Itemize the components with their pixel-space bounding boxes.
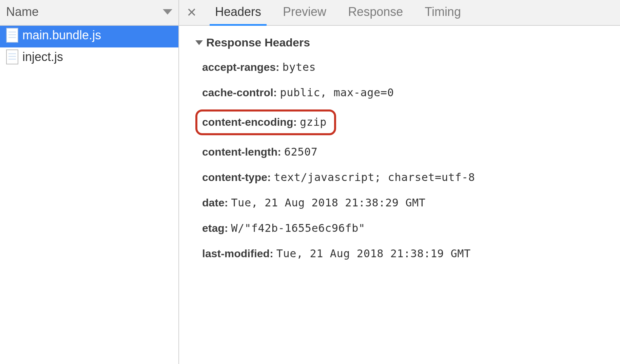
- file-row-main-bundle[interactable]: main.bundle.js: [0, 26, 178, 47]
- header-last-modified: last-modified: Tue, 21 Aug 2018 21:38:19…: [202, 245, 480, 262]
- header-value: public, max-age=0: [280, 86, 394, 99]
- file-name: inject.js: [22, 50, 63, 64]
- disclosure-triangle-icon[interactable]: [195, 40, 203, 45]
- header-content-encoding: content-encoding: gzip: [202, 109, 610, 135]
- file-icon: [6, 28, 18, 43]
- file-list: main.bundle.js inject.js: [0, 26, 178, 364]
- header-value: 62507: [284, 145, 318, 158]
- close-details-button[interactable]: ✕: [179, 5, 204, 20]
- tab-response[interactable]: Response: [337, 0, 414, 25]
- header-name: date:: [202, 197, 228, 209]
- response-headers-section[interactable]: Response Headers: [195, 36, 610, 49]
- name-column-header[interactable]: Name: [0, 0, 178, 26]
- header-value: bytes: [283, 61, 316, 74]
- header-content-length: content-length: 62507: [202, 143, 610, 161]
- response-headers-title: Response Headers: [206, 36, 310, 49]
- header-name: content-type:: [202, 171, 271, 183]
- file-icon: [6, 49, 18, 64]
- header-value: W/"f42b-1655e6c96fb": [231, 222, 365, 235]
- details-panel: ✕ Headers Preview Response Timing Respon…: [179, 0, 620, 364]
- network-file-list-panel: Name main.bundle.js inject.js: [0, 0, 179, 364]
- header-etag: etag: W/"f42b-1655e6c96fb": [202, 220, 610, 237]
- header-value: Tue, 21 Aug 2018 21:38:19 GMT: [276, 247, 471, 260]
- header-name: etag:: [202, 222, 228, 234]
- content-encoding-highlight: content-encoding: gzip: [195, 109, 336, 135]
- header-accept-ranges: accept-ranges: bytes: [202, 59, 610, 76]
- response-headers-list: accept-ranges: bytes cache-control: publ…: [195, 59, 610, 263]
- name-column-label: Name: [6, 5, 39, 19]
- header-name: cache-control:: [202, 86, 277, 99]
- header-name: accept-ranges:: [202, 61, 279, 73]
- sort-descending-icon[interactable]: [163, 9, 172, 15]
- header-name: content-length:: [202, 146, 281, 158]
- header-name: content-encoding:: [202, 116, 297, 128]
- tab-headers[interactable]: Headers: [204, 0, 272, 25]
- tab-timing[interactable]: Timing: [414, 0, 472, 25]
- tab-preview[interactable]: Preview: [272, 0, 337, 25]
- details-tabs-bar: ✕ Headers Preview Response Timing: [179, 0, 620, 26]
- header-name: last-modified:: [202, 247, 273, 260]
- header-value: Tue, 21 Aug 2018 21:38:29 GMT: [231, 196, 425, 209]
- file-row-inject[interactable]: inject.js: [0, 47, 178, 69]
- headers-details: Response Headers accept-ranges: bytes ca…: [179, 26, 620, 364]
- header-content-type: content-type: text/javascript; charset=u…: [202, 169, 480, 186]
- header-cache-control: cache-control: public, max-age=0: [202, 84, 610, 101]
- header-date: date: Tue, 21 Aug 2018 21:38:29 GMT: [202, 194, 610, 211]
- header-value: text/javascript; charset=utf-8: [274, 171, 475, 184]
- file-name: main.bundle.js: [22, 28, 101, 42]
- header-value: gzip: [300, 116, 327, 128]
